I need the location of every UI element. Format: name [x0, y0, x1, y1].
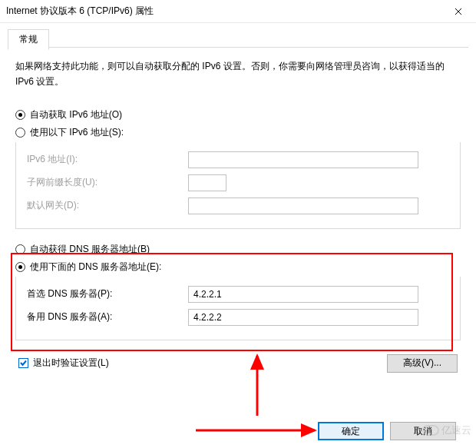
preferred-dns-input[interactable] — [188, 286, 418, 303]
gateway-label: 默认网关(D): — [27, 199, 188, 212]
radio-label: 使用下面的 DNS 服务器地址(E): — [30, 261, 161, 274]
validate-checkbox[interactable] — [18, 358, 28, 368]
titlebar: Internet 协议版本 6 (TCP/IPv6) 属性 — [0, 0, 476, 23]
ip-label: IPv6 地址(I): — [27, 153, 188, 166]
window-title: Internet 协议版本 6 (TCP/IPv6) 属性 — [6, 5, 447, 18]
radio-label: 自动获取 IPv6 地址(O) — [30, 108, 122, 121]
radio-manual-address[interactable]: 使用以下 IPv6 地址(S): — [15, 126, 461, 139]
radio-icon — [15, 262, 25, 272]
check-icon — [19, 359, 28, 367]
row-gateway: 默认网关(D): — [27, 197, 449, 214]
close-icon — [455, 8, 462, 15]
watermark: 亿速云 — [422, 423, 471, 437]
advanced-button[interactable]: 高级(V)... — [387, 354, 458, 373]
tab-bar: 常规 — [8, 29, 468, 48]
tab-general[interactable]: 常规 — [8, 29, 49, 50]
address-group: IPv6 地址(I): 子网前缀长度(U): 默认网关(D): — [15, 142, 461, 229]
radio-icon — [15, 244, 25, 254]
row-prefix: 子网前缀长度(U): — [27, 174, 449, 191]
row-preferred-dns: 首选 DNS 服务器(P): — [27, 286, 449, 303]
gateway-input — [188, 197, 418, 214]
radio-label: 自动获得 DNS 服务器地址(B) — [30, 243, 150, 256]
ok-button[interactable]: 确定 — [318, 422, 384, 440]
validate-label: 退出时验证设置(L) — [33, 357, 109, 370]
prefix-label: 子网前缀长度(U): — [27, 176, 188, 189]
radio-manual-dns[interactable]: 使用下面的 DNS 服务器地址(E): — [15, 261, 461, 274]
alternate-dns-label: 备用 DNS 服务器(A): — [27, 310, 188, 324]
ip-input — [188, 151, 418, 168]
dns-group: 首选 DNS 服务器(P): 备用 DNS 服务器(A): — [15, 277, 461, 340]
button-bar: 确定 取消 — [0, 422, 476, 440]
preferred-dns-label: 首选 DNS 服务器(P): — [27, 287, 188, 300]
radio-auto-dns[interactable]: 自动获得 DNS 服务器地址(B) — [15, 243, 461, 256]
radio-icon — [15, 128, 25, 138]
instruction-text: 如果网络支持此功能，则可以自动获取分配的 IPv6 设置。否则，你需要向网络管理… — [15, 58, 461, 90]
watermark-text: 亿速云 — [441, 423, 471, 437]
tab-content: 如果网络支持此功能，则可以自动获取分配的 IPv6 设置。否则，你需要向网络管理… — [0, 48, 476, 380]
alternate-dns-input[interactable] — [188, 309, 418, 326]
radio-auto-address[interactable]: 自动获取 IPv6 地址(O) — [15, 108, 461, 121]
radio-label: 使用以下 IPv6 地址(S): — [30, 126, 124, 139]
radio-icon — [15, 110, 25, 120]
cloud-icon — [422, 425, 439, 436]
close-button[interactable] — [447, 0, 470, 23]
bottom-row: 退出时验证设置(L) 高级(V)... — [18, 354, 458, 373]
prefix-input — [188, 174, 226, 191]
row-alternate-dns: 备用 DNS 服务器(A): — [27, 309, 449, 326]
row-ip-address: IPv6 地址(I): — [27, 151, 449, 168]
